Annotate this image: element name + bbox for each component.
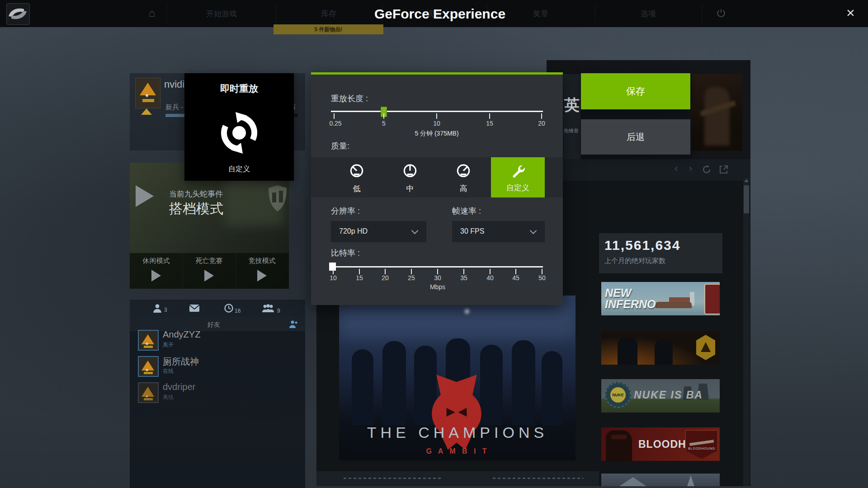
banner-bloodhound[interactable]: BLOODHOU BLOODHOUND (601, 427, 720, 461)
nav-divider (595, 4, 595, 23)
bitrate-label: 比特率 : (331, 248, 360, 258)
quality-option-medium[interactable]: 中 (383, 157, 437, 197)
mode-competitive[interactable]: 竞技模式 (236, 257, 288, 282)
new-items-badge[interactable]: 5 件新物品! (274, 24, 383, 34)
forward-arrow-icon[interactable]: › (689, 163, 692, 174)
player-stats-block: 11,561,634 上个月的绝对玩家数 (599, 233, 722, 273)
friend-row[interactable]: ★ dvdriper 离线 (130, 380, 305, 406)
history-clock-icon[interactable] (224, 303, 234, 313)
tick-mark (490, 269, 491, 274)
tick-mark (515, 269, 516, 274)
tick-mark (437, 269, 438, 274)
back-arrow-icon[interactable]: ‹ (675, 163, 678, 174)
tick-mark (383, 113, 384, 119)
player-silhouette (512, 340, 535, 425)
group-icon[interactable] (262, 303, 274, 313)
mode-label: 休闲模式 (130, 257, 183, 265)
tick-mark (359, 269, 360, 274)
chevron-down-icon (411, 227, 419, 235)
avatar-tag (142, 99, 154, 102)
guardian-shield-icon (268, 184, 288, 212)
tick-mark (411, 269, 412, 274)
banner-partial[interactable] (601, 474, 720, 486)
group-count: 9 (277, 308, 280, 314)
tick-mark (489, 113, 490, 119)
bitrate-tick: 35 (460, 274, 467, 282)
add-friend-icon[interactable] (289, 319, 298, 328)
nav-item-medals[interactable]: 奖章 (533, 9, 548, 19)
resolution-dropdown[interactable]: 720p HD (331, 221, 426, 242)
player-silhouette (382, 341, 406, 425)
instant-replay-mode[interactable]: 自定义 (228, 164, 250, 174)
event-card[interactable]: 当前九头蛇事件 搭档模式 休闲模式 死亡竞赛 竞技模式 (130, 163, 289, 289)
friends-tab-bar: 3 16 9 (130, 300, 305, 317)
background-art (339, 306, 576, 338)
scrollbar-thumb[interactable] (744, 185, 749, 213)
gauge-low-icon (348, 164, 365, 181)
avatar-star: ★ (145, 93, 149, 99)
banner-title: NUKE IS BA (634, 389, 703, 401)
close-icon[interactable]: × (846, 5, 855, 20)
nav-item-options[interactable]: 选项 (641, 9, 656, 19)
wildfire-badge (696, 335, 715, 360)
back-button[interactable]: 后退 (581, 119, 690, 155)
friend-row[interactable]: ★ AndyZYZ 离开 (130, 328, 305, 354)
framerate-dropdown[interactable]: 30 FPS (452, 221, 545, 242)
quality-strip: 低 中 高 (311, 157, 563, 197)
nav-item-play[interactable]: 开始游戏 (206, 9, 237, 19)
instant-replay-icon (217, 111, 261, 155)
banner-wildfire[interactable] (601, 331, 720, 365)
open-external-icon[interactable] (719, 164, 729, 174)
quality-option-high[interactable]: 高 (437, 157, 490, 197)
nav-divider (702, 4, 702, 23)
champions-article-image[interactable]: THE CHAMPIONS G A M B I T (339, 296, 576, 460)
bitrate-tick: 40 (486, 274, 494, 282)
scrollbar-track[interactable] (743, 177, 750, 486)
caption-text-dots (493, 478, 583, 479)
background-art (704, 87, 730, 145)
quality-label: 质量: (331, 141, 349, 151)
banner-new-inferno[interactable]: NEW INFERNO (601, 282, 720, 315)
mode-label: 死亡竞赛 (183, 257, 236, 265)
champions-title: THE CHAMPIONS (367, 424, 548, 441)
soldier-silhouette (618, 338, 637, 365)
bloodhound-shield: BLOODHOUND (685, 430, 718, 459)
mode-casual[interactable]: 休闲模式 (130, 257, 183, 282)
save-button[interactable]: 保存 (581, 73, 690, 109)
rank-up-chevron-icon (141, 108, 152, 115)
quality-option-custom-selected[interactable]: 自定义 (491, 157, 545, 197)
gauge-medium-icon (401, 164, 419, 181)
caption-text-dots (344, 478, 443, 479)
quality-option-label: 中 (383, 183, 437, 194)
replay-length-tick: 10 (433, 120, 440, 127)
replay-length-tick: 5 (382, 120, 386, 127)
mail-icon[interactable] (189, 304, 200, 312)
refresh-icon[interactable] (702, 164, 712, 174)
friends-online-count: 3 (164, 307, 167, 313)
geforce-experience-screen: ⌂ 开始游戏 库存 观看 奖章 选项 5 件新物品! ★ nvidia 新兵 -… (0, 0, 868, 488)
power-icon[interactable] (716, 8, 726, 18)
friend-row[interactable]: ★ 厕所战神 在线 (130, 354, 305, 380)
play-icon[interactable] (204, 270, 214, 282)
play-event-button[interactable] (136, 185, 154, 207)
home-icon[interactable]: ⌂ (149, 7, 156, 19)
replay-length-slider-track[interactable] (331, 111, 543, 112)
mode-deathmatch[interactable]: 死亡竞赛 (183, 257, 236, 282)
friend-name: AndyZYZ (163, 329, 200, 340)
friends-online-icon[interactable] (152, 303, 162, 313)
play-icon[interactable] (151, 270, 161, 282)
nav-item-inventory[interactable]: 库存 (321, 9, 336, 19)
quality-option-low[interactable]: 低 (330, 157, 383, 197)
nvidia-logo (6, 3, 30, 25)
play-icon[interactable] (257, 270, 267, 282)
player-silhouette (352, 349, 373, 425)
background-art (611, 435, 627, 439)
bitrate-slider-track[interactable] (331, 266, 543, 267)
scrollbar-up-arrow[interactable] (744, 179, 749, 182)
friend-name: 厕所战神 (163, 356, 199, 368)
champions-subtitle: G A M B I T (426, 447, 489, 455)
banner-nuke[interactable]: NUKE NUKE IS BA (601, 379, 720, 413)
replay-length-tick: 0.25 (329, 120, 341, 127)
friend-avatar: ★ (138, 356, 159, 377)
players-count: 11,561,634 (604, 238, 681, 253)
